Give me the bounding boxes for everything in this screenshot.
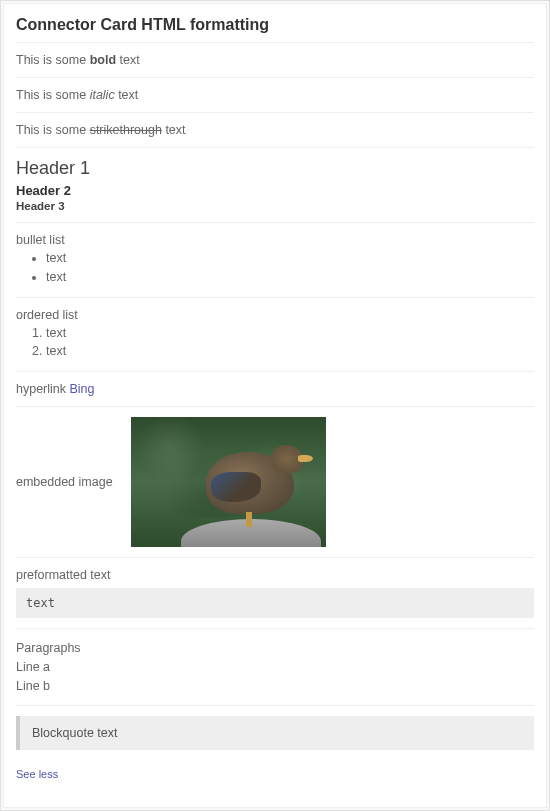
card-title: Connector Card HTML formatting (16, 12, 534, 42)
ordered-list-label: ordered list (16, 308, 534, 322)
paragraph-line: Line b (16, 677, 534, 696)
text-suffix: text (115, 88, 139, 102)
list-item: text (46, 268, 534, 287)
header-2: Header 2 (16, 183, 534, 198)
section-blockquote: Blockquote text (16, 705, 534, 760)
ordered-list: text text (16, 324, 534, 362)
section-hyperlink: hyperlink Bing (16, 371, 534, 406)
bold-word: bold (90, 53, 116, 67)
text-suffix: text (162, 123, 186, 137)
italic-word: italic (90, 88, 115, 102)
text-prefix: This is some (16, 53, 90, 67)
strike-word: strikethrough (90, 123, 162, 137)
connector-card: Connector Card HTML formatting This is s… (3, 3, 547, 808)
text-suffix: text (116, 53, 140, 67)
embedded-image (131, 417, 326, 547)
paragraphs-label: Paragraphs (16, 639, 534, 658)
preformatted-label: preformatted text (16, 568, 534, 582)
hyperlink-prefix: hyperlink (16, 382, 70, 396)
bullet-list-label: bullet list (16, 233, 534, 247)
section-preformatted: preformatted text text (16, 557, 534, 628)
text-prefix: This is some (16, 88, 90, 102)
section-bold-text: This is some bold text (16, 42, 534, 77)
section-embedded-image: embedded image (16, 406, 534, 557)
bullet-list: text text (16, 249, 534, 287)
list-item: text (46, 249, 534, 268)
see-less-link[interactable]: See less (16, 760, 534, 780)
blockquote: Blockquote text (16, 716, 534, 750)
embedded-image-label: embedded image (16, 475, 113, 489)
section-bullet-list: bullet list text text (16, 222, 534, 297)
text-prefix: This is some (16, 123, 90, 137)
section-strikethrough-text: This is some strikethrough text (16, 112, 534, 147)
preformatted-block: text (16, 588, 534, 618)
section-italic-text: This is some italic text (16, 77, 534, 112)
paragraph-line: Line a (16, 658, 534, 677)
header-3: Header 3 (16, 200, 534, 212)
hyperlink-bing[interactable]: Bing (70, 382, 95, 396)
list-item: text (46, 342, 534, 361)
header-1: Header 1 (16, 158, 534, 179)
section-headers: Header 1 Header 2 Header 3 (16, 147, 534, 222)
section-ordered-list: ordered list text text (16, 297, 534, 372)
section-paragraphs: Paragraphs Line a Line b (16, 628, 534, 705)
list-item: text (46, 324, 534, 343)
